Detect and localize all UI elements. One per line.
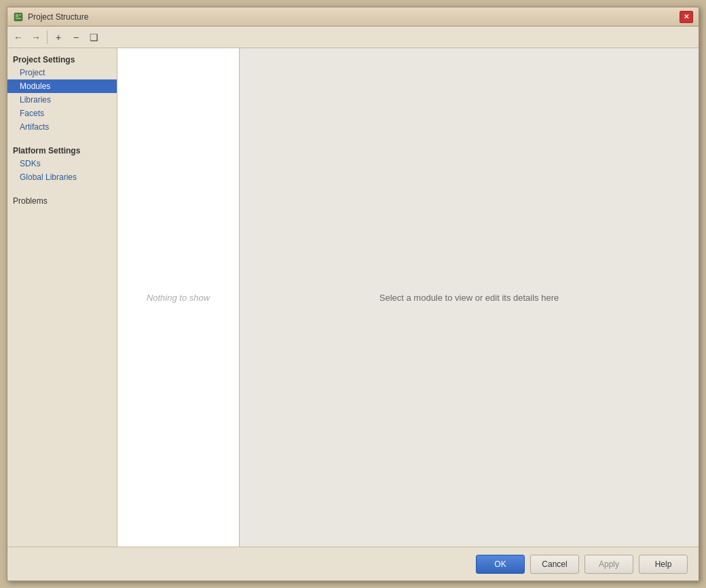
back-button[interactable]: ← [10, 29, 26, 45]
forward-button[interactable]: → [28, 29, 44, 45]
project-structure-window: Project Structure ✕ ← → + − ❑ Project Se… [7, 7, 699, 581]
window-icon [13, 12, 24, 22]
sidebar-divider-2 [7, 184, 117, 192]
sidebar: Project Settings Project Modules Librari… [7, 48, 117, 547]
detail-panel: Select a module to view or edit its deta… [240, 48, 699, 547]
title-bar: Project Structure ✕ [7, 7, 699, 26]
module-list-panel: Nothing to show [117, 48, 240, 547]
help-button[interactable]: Help [639, 555, 688, 574]
svg-rect-3 [16, 18, 21, 19]
remove-button[interactable]: − [68, 29, 84, 45]
svg-rect-1 [16, 14, 18, 17]
footer: OK Cancel Apply Help [7, 547, 699, 581]
sidebar-item-modules[interactable]: Modules [7, 79, 117, 93]
nothing-to-show-text: Nothing to show [147, 293, 210, 303]
project-settings-label: Project Settings [7, 51, 117, 66]
select-module-hint: Select a module to view or edit its deta… [379, 293, 559, 303]
toolbar-separator [47, 31, 48, 44]
sidebar-item-problems[interactable]: Problems [7, 192, 117, 208]
svg-rect-2 [19, 14, 21, 16]
sidebar-item-project[interactable]: Project [7, 66, 117, 79]
sidebar-item-facets[interactable]: Facets [7, 107, 117, 120]
add-button[interactable]: + [50, 29, 67, 45]
window-title: Project Structure [28, 12, 680, 22]
close-button[interactable]: ✕ [680, 11, 693, 23]
sidebar-item-global-libraries[interactable]: Global Libraries [7, 170, 117, 184]
cancel-button[interactable]: Cancel [530, 555, 579, 574]
sidebar-divider [7, 134, 117, 142]
platform-settings-label: Platform Settings [7, 142, 117, 157]
sidebar-item-artifacts[interactable]: Artifacts [7, 120, 117, 134]
ok-button[interactable]: OK [476, 555, 525, 574]
apply-button[interactable]: Apply [584, 555, 633, 574]
toolbar: ← → + − ❑ [7, 26, 699, 48]
main-content: Project Settings Project Modules Librari… [7, 48, 699, 547]
sidebar-item-libraries[interactable]: Libraries [7, 93, 117, 107]
copy-button[interactable]: ❑ [86, 29, 102, 45]
sidebar-item-sdks[interactable]: SDKs [7, 157, 117, 170]
